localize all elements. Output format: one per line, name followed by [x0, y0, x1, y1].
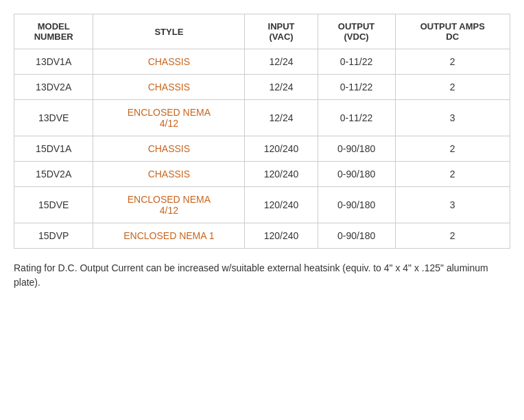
- cell-output-amps: 2: [395, 49, 510, 75]
- cell-style: ENCLOSED NEMA 1: [93, 223, 245, 249]
- col-header-model: MODELNUMBER: [14, 14, 93, 49]
- cell-output-amps: 2: [395, 75, 510, 100]
- cell-input: 120/240: [245, 162, 318, 187]
- table-row: 15DVPENCLOSED NEMA 1120/2400-90/1802: [14, 223, 510, 249]
- cell-output-amps: 2: [395, 136, 510, 162]
- cell-output-vdc: 0-11/22: [318, 75, 395, 100]
- cell-output-amps: 3: [395, 187, 510, 223]
- cell-model: 13DV2A: [14, 75, 93, 100]
- col-header-input: INPUT(VAC): [245, 14, 318, 49]
- cell-style: CHASSIS: [93, 162, 245, 187]
- cell-model: 15DV1A: [14, 136, 93, 162]
- table-row: 13DVEENCLOSED NEMA4/1212/240-11/223: [14, 100, 510, 136]
- cell-output-amps: 3: [395, 100, 510, 136]
- cell-style: CHASSIS: [93, 75, 245, 100]
- cell-output-vdc: 0-90/180: [318, 162, 395, 187]
- table-row: 13DV2ACHASSIS12/240-11/222: [14, 75, 510, 100]
- table-row: 15DVEENCLOSED NEMA4/12120/2400-90/1803: [14, 187, 510, 223]
- cell-style: ENCLOSED NEMA4/12: [93, 100, 245, 136]
- cell-model: 15DVP: [14, 223, 93, 249]
- cell-model: 15DVE: [14, 187, 93, 223]
- table-row: 13DV1ACHASSIS12/240-11/222: [14, 49, 510, 75]
- cell-style: ENCLOSED NEMA4/12: [93, 187, 245, 223]
- footer-note: Rating for D.C. Output Current can be in…: [14, 261, 494, 290]
- cell-input: 120/240: [245, 136, 318, 162]
- cell-input: 120/240: [245, 223, 318, 249]
- cell-output-vdc: 0-90/180: [318, 223, 395, 249]
- product-table: MODELNUMBER STYLE INPUT(VAC) OUTPUT(VDC)…: [14, 14, 510, 249]
- cell-model: 15DV2A: [14, 162, 93, 187]
- cell-style: CHASSIS: [93, 49, 245, 75]
- cell-input: 120/240: [245, 187, 318, 223]
- cell-output-vdc: 0-11/22: [318, 49, 395, 75]
- cell-input: 12/24: [245, 100, 318, 136]
- cell-output-vdc: 0-11/22: [318, 100, 395, 136]
- col-header-output-vdc: OUTPUT(VDC): [318, 14, 395, 49]
- cell-input: 12/24: [245, 75, 318, 100]
- cell-style: CHASSIS: [93, 136, 245, 162]
- cell-model: 13DVE: [14, 100, 93, 136]
- col-header-output-amps: OUTPUT AMPSDC: [395, 14, 510, 49]
- col-header-style: STYLE: [93, 14, 245, 49]
- cell-model: 13DV1A: [14, 49, 93, 75]
- cell-output-vdc: 0-90/180: [318, 136, 395, 162]
- table-row: 15DV2ACHASSIS120/2400-90/1802: [14, 162, 510, 187]
- cell-input: 12/24: [245, 49, 318, 75]
- table-row: 15DV1ACHASSIS120/2400-90/1802: [14, 136, 510, 162]
- cell-output-vdc: 0-90/180: [318, 187, 395, 223]
- cell-output-amps: 2: [395, 162, 510, 187]
- cell-output-amps: 2: [395, 223, 510, 249]
